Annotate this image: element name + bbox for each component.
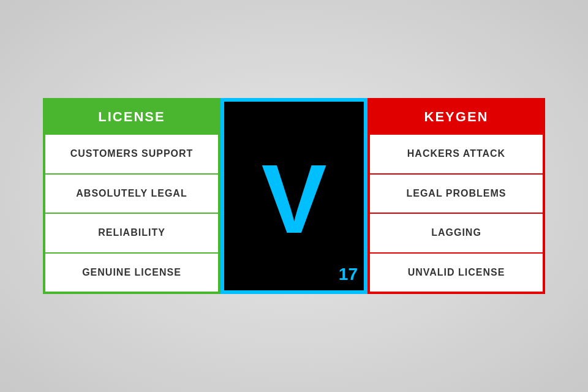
keygen-item-3: LAGGING [370, 213, 543, 252]
v-logo-letter: V [262, 150, 327, 248]
keygen-item-4: UNVALID LICENSE [370, 252, 543, 292]
license-item-3: RELIABILITY [45, 213, 218, 252]
keygen-panel: KEYGEN HACKERS ATTACK LEGAL PROBLEMS LAG… [368, 98, 545, 294]
keygen-header: KEYGEN [370, 100, 543, 134]
comparison-container: LICENSE CUSTOMERS SUPPORT ABSOLUTELY LEG… [43, 98, 545, 294]
license-item-1: CUSTOMERS SUPPORT [45, 134, 218, 173]
license-header: LICENSE [45, 100, 218, 134]
license-item-4: GENUINE LICENSE [45, 252, 218, 292]
version-badge: 17 [339, 265, 358, 284]
license-item-2: ABSOLUTELY LEGAL [45, 173, 218, 213]
center-logo-panel: V 17 [221, 98, 368, 294]
license-panel: LICENSE CUSTOMERS SUPPORT ABSOLUTELY LEG… [43, 98, 221, 294]
keygen-item-2: LEGAL PROBLEMS [370, 173, 543, 213]
keygen-item-1: HACKERS ATTACK [370, 134, 543, 173]
